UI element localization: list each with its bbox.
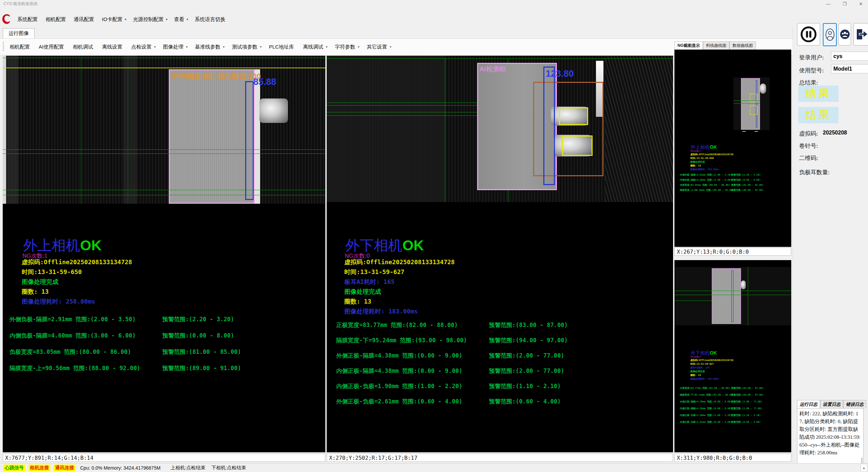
view-tab-row: 运行图像 bbox=[0, 27, 868, 39]
menu-item[interactable]: IO卡配置▼ bbox=[99, 14, 130, 24]
model-input[interactable] bbox=[831, 64, 868, 73]
user-icon bbox=[825, 28, 835, 42]
toolbar-item[interactable]: 图像处理▼ bbox=[160, 41, 192, 53]
log-tab[interactable]: 运行日志 bbox=[797, 400, 820, 409]
ok-badge: OK bbox=[80, 237, 102, 253]
users-group-button[interactable] bbox=[838, 23, 851, 46]
minimize-button[interactable]: — bbox=[825, 1, 832, 6]
electrode-region-box bbox=[169, 69, 255, 204]
chevron-down-icon: ▼ bbox=[124, 18, 127, 21]
menu-item[interactable]: 系统配置 bbox=[14, 14, 42, 24]
info-line: 虚拟码:Offline20250208133134728 bbox=[344, 258, 455, 268]
thumbnail-top-coords: X:267;Y:13;R:0;G:0;B:0 bbox=[674, 248, 791, 256]
ng-view-tab[interactable]: 料线曲线图 bbox=[703, 41, 729, 50]
toolbar-item[interactable]: 离线设置 bbox=[98, 41, 128, 53]
info-line: 图像处理耗时: 183.00ms bbox=[344, 307, 455, 317]
ng-thumbnail-top[interactable]: 外上相机OK NG次数:1 虚拟码:Offline202502081331347… bbox=[674, 50, 791, 247]
toolbar-item[interactable]: 基准线参数▼ bbox=[192, 41, 229, 53]
measure-value-label: 123.80 bbox=[546, 69, 574, 79]
log-tab[interactable]: 错误日志 bbox=[843, 400, 866, 409]
info-line: 图像处理完成 bbox=[344, 288, 455, 297]
measurement-row: 外侧正极-负极=2.61mm 范围:(0.60 - 4.00) 预警范围:(0.… bbox=[329, 398, 672, 413]
measurement-row: 内侧正极-负极=1.90mm 范围:(1.00 - 2.20) 预警范围:(1.… bbox=[329, 382, 672, 398]
toolbar-grip[interactable] bbox=[3, 42, 4, 52]
info-line: 圈数: 13 bbox=[344, 297, 455, 307]
mini-electrode-box bbox=[712, 268, 741, 324]
camera-info-lines: 虚拟码:Offline20250208133134728时间:13-31-59-… bbox=[344, 258, 455, 317]
camera-connect-status: 相机连接 bbox=[29, 465, 50, 471]
users-group-icon bbox=[840, 29, 850, 39]
toolbar-item[interactable]: 其它设置▼ bbox=[363, 41, 395, 53]
logout-icon bbox=[855, 28, 868, 41]
tab-box-yellow bbox=[559, 107, 588, 125]
reference-line-green bbox=[3, 58, 325, 58]
toolbar-item[interactable]: 相机调试 bbox=[69, 41, 98, 53]
measure-box-blue bbox=[543, 67, 555, 185]
toolbar-item[interactable]: 离线调试▼ bbox=[300, 41, 331, 53]
menu-items: 系统配置相机配置通讯配置IO卡配置▼光源控制配置▼查看▼系统语言切换 bbox=[14, 14, 230, 24]
toolbar-item[interactable]: AI使用配置 bbox=[35, 41, 69, 53]
ng-view-tab[interactable]: NG截图显示 bbox=[674, 41, 703, 50]
info-line: 圈数: 13 bbox=[22, 288, 132, 297]
measurement-list: 正极宽度=83.77mm 范围:(82.00 - 88.00) 预警范围:(83… bbox=[329, 321, 672, 413]
toolbar-item[interactable]: 字符参数▼ bbox=[331, 41, 363, 53]
chevron-down-icon: ▼ bbox=[222, 46, 225, 49]
toolbar-item[interactable]: 相机配置 bbox=[6, 41, 35, 53]
menu-item[interactable]: 相机配置 bbox=[42, 14, 71, 24]
status-bar: 心跳信号 相机连接 通讯连接 Cpu: 0.0% Memory: 3424.41… bbox=[0, 463, 868, 472]
tab-run-image[interactable]: 运行图像 bbox=[3, 28, 35, 38]
bright-strip bbox=[254, 69, 260, 204]
field-label: 卷针号: bbox=[799, 142, 818, 150]
heartbeat-status: 心跳信号 bbox=[3, 465, 25, 471]
ng-thumbnail-bottom[interactable]: 外下相机OK NG次数:0 虚拟码:Offline202502081331347… bbox=[674, 260, 791, 452]
info-line: 虚拟码:Offline20250208133134728 bbox=[22, 258, 132, 268]
log-tabs: 运行日志设置日志错误日志 bbox=[797, 400, 866, 409]
chevron-down-icon: ▼ bbox=[389, 46, 392, 49]
upper-camera-check-status: 上相机:点检结束 bbox=[171, 465, 205, 471]
bright-edge bbox=[3, 56, 6, 204]
comm-connect-status: 通讯连接 bbox=[54, 465, 75, 471]
result-box-1: 结果 bbox=[798, 86, 838, 102]
ng-view-tab[interactable]: 数据曲线图 bbox=[729, 41, 756, 50]
menu-item[interactable]: 通讯配置 bbox=[71, 14, 99, 24]
measurement-row: 负极宽度=83.05mm 范围:(80.00 - 86.00) 预警范围:(81… bbox=[3, 348, 325, 364]
resize-grip[interactable]: ▲ bbox=[861, 464, 867, 472]
toolbar-item[interactable]: 测试项参数▼ bbox=[229, 41, 266, 53]
result-box-2: 结果 bbox=[798, 107, 838, 123]
threshold-label: 平均阈值:93, 动态阈值:100 bbox=[171, 71, 261, 81]
toolbar-item[interactable]: 点检设置▼ bbox=[128, 41, 160, 53]
upper-camera-image[interactable]: 平均阈值:93, 动态阈值:100 85.88 bbox=[3, 56, 325, 204]
chevron-down-icon: ▼ bbox=[185, 46, 188, 49]
menu-item[interactable]: 系统语言切换 bbox=[192, 14, 230, 24]
toolbar-items: 相机配置AI使用配置相机调试离线设置点检设置▼图像处理▼基准线参数▼测试项参数▼… bbox=[6, 41, 395, 53]
electrode-tab-blob bbox=[259, 98, 288, 123]
mini-caption-mark bbox=[742, 131, 746, 132]
log-tab[interactable]: 设置日志 bbox=[820, 400, 843, 409]
upper-camera-coords: X:7677;Y:891;R:14;G:14;B:14 bbox=[3, 454, 325, 462]
exit-button[interactable] bbox=[853, 23, 868, 46]
info-line: 板耳AI耗时: 165 bbox=[344, 278, 455, 288]
menu-item[interactable]: 查看▼ bbox=[171, 14, 192, 24]
measure-box-blue bbox=[245, 81, 254, 200]
toolbar-item[interactable]: PLC地址库 bbox=[266, 41, 300, 53]
info-line: 时间:13-31-59-627 bbox=[344, 268, 455, 278]
app-logo-icon bbox=[1, 13, 12, 26]
camera-result-title: 外上相机OK bbox=[23, 238, 102, 253]
roller-texture bbox=[605, 56, 673, 202]
pause-button[interactable] bbox=[797, 23, 820, 46]
login-user-input[interactable] bbox=[831, 52, 868, 61]
field-value: 20250208 bbox=[823, 130, 847, 136]
restore-button[interactable]: ❐ bbox=[841, 1, 848, 6]
login-user-label: 登录用户: bbox=[799, 54, 824, 61]
measurement-row: 正极宽度=83.77mm 范围:(82.00 - 88.00) 预警范围:(83… bbox=[329, 321, 672, 337]
measurement-row: 隔膜宽度-上=90.56mm 范围:(88.00 - 92.00) 预警范围:(… bbox=[3, 364, 325, 381]
title-bar: CYS-视觉检测系统 — ❐ ✕ bbox=[0, 0, 868, 7]
log-scrollbar[interactable] bbox=[862, 458, 862, 463]
menu-item[interactable]: 光源控制配置▼ bbox=[130, 14, 171, 24]
chevron-down-icon: ▼ bbox=[325, 46, 328, 49]
measurement-row: 外侧负极-隔膜=2.91mm 范围:(2.00 - 3.50) 预警范围:(2.… bbox=[3, 315, 325, 332]
close-button[interactable]: ✕ bbox=[857, 1, 865, 6]
lower-camera-image[interactable]: AI检测框 123.80 bbox=[327, 56, 673, 202]
user-login-button[interactable] bbox=[823, 23, 837, 46]
chevron-down-icon: ▼ bbox=[186, 18, 189, 21]
